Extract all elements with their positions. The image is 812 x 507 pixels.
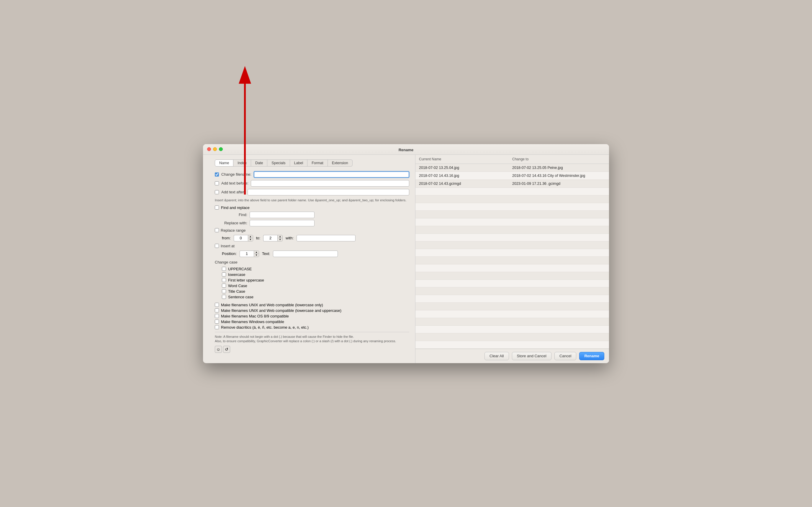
find-input[interactable] [250, 212, 314, 218]
table-body: 2018-07-02 13.25.04.jpg 2018-07-02 13.25… [415, 164, 609, 349]
case-first-letter-label: First letter uppercase [228, 278, 264, 282]
replace-with-label: Replace with: [215, 221, 247, 225]
compat-diacritics-checkbox[interactable] [215, 325, 219, 329]
col-current-name: Current Name [419, 157, 512, 161]
case-options-list: UPPERCASE lowercase First letter upperca… [222, 267, 409, 299]
find-replace-label: Find and replace [221, 206, 250, 210]
tab-index[interactable]: Index [234, 160, 251, 167]
position-arrows: ▲ ▼ [254, 250, 259, 257]
case-title-checkbox[interactable] [222, 289, 226, 293]
rename-button[interactable]: Rename [579, 352, 604, 360]
to-stepper: 2 ▲ ▼ [263, 235, 283, 241]
traffic-lights [207, 148, 223, 151]
add-text-after-checkbox[interactable] [215, 190, 219, 194]
change-filename-input[interactable] [254, 171, 409, 178]
to-arrows: ▲ ▼ [277, 235, 283, 241]
tab-label[interactable]: Label [290, 160, 308, 167]
add-text-before-checkbox[interactable] [215, 181, 219, 185]
to-value[interactable]: 2 [263, 235, 277, 241]
table-row-empty [415, 249, 609, 257]
replace-range-checkbox[interactable] [215, 228, 219, 232]
find-row: Find: [215, 212, 409, 218]
bottom-icon-buttons: ☺ ↺ [215, 346, 409, 353]
minimize-button[interactable] [213, 148, 217, 151]
table-row-empty [415, 303, 609, 311]
table-row-empty [415, 218, 609, 226]
rename-window: Rename Name Index Date Specials Label Fo… [203, 144, 609, 363]
position-down-arrow[interactable]: ▼ [254, 254, 259, 257]
table-row-empty [415, 333, 609, 341]
to-down-arrow[interactable]: ▼ [277, 238, 283, 241]
to-up-arrow[interactable]: ▲ [277, 235, 283, 238]
col-change-to: Change to [512, 157, 605, 161]
tab-extension[interactable]: Extension [328, 160, 353, 167]
compat-unix-lower-checkbox[interactable] [215, 303, 219, 307]
to-label: to: [256, 236, 260, 240]
with-input[interactable] [297, 235, 356, 241]
case-word-checkbox[interactable] [222, 284, 226, 288]
from-down-arrow[interactable]: ▼ [248, 238, 253, 241]
tab-bar: Name Index Date Specials Label Format Ex… [215, 160, 409, 167]
position-up-arrow[interactable]: ▲ [254, 251, 259, 254]
cycle-button[interactable]: ↺ [223, 346, 230, 353]
compat-diacritics: Remove diacritics (á, è, ñ, etc. become … [215, 325, 409, 330]
tab-date[interactable]: Date [251, 160, 267, 167]
case-lowercase-checkbox[interactable] [222, 272, 226, 277]
from-stepper: 0 ▲ ▼ [234, 235, 253, 241]
from-up-arrow[interactable]: ▲ [248, 235, 253, 238]
tab-name[interactable]: Name [215, 160, 234, 167]
change-filename-checkbox[interactable] [215, 172, 219, 177]
find-replace-checkbox[interactable] [215, 206, 219, 210]
find-replace-row: Find and replace [215, 206, 409, 210]
add-text-after-label: Add text after: [221, 190, 245, 194]
text-input[interactable] [273, 250, 338, 257]
maximize-button[interactable] [219, 148, 223, 151]
case-uppercase-checkbox[interactable] [222, 267, 226, 271]
insert-at-row: Insert at [215, 244, 409, 248]
cancel-button[interactable]: Cancel [554, 352, 576, 360]
tab-specials[interactable]: Specials [267, 160, 290, 167]
close-button[interactable] [207, 148, 211, 151]
insert-at-checkbox[interactable] [215, 244, 219, 248]
tab-format[interactable]: Format [307, 160, 328, 167]
bottom-buttons: Clear All Store and Cancel Cancel Rename [415, 349, 609, 363]
compat-unix-lower-label: Make filenames UNIX and Web compatible (… [221, 303, 323, 307]
compat-unix-both-checkbox[interactable] [215, 308, 219, 313]
left-panel: Name Index Date Specials Label Format Ex… [203, 155, 415, 363]
table-row-empty [415, 341, 609, 349]
case-sentence-checkbox[interactable] [222, 295, 226, 299]
case-uppercase-label: UPPERCASE [228, 267, 252, 271]
change-to-cell: 2018-07-02 13.25.05 Peine.jpg [512, 166, 605, 170]
position-value[interactable]: 1 [240, 250, 254, 257]
case-first-letter-checkbox[interactable] [222, 278, 226, 282]
range-inputs: from: 0 ▲ ▼ to: 2 ▲ ▼ with: [222, 235, 409, 241]
case-lowercase: lowercase [222, 272, 409, 277]
compat-windows-checkbox[interactable] [215, 320, 219, 324]
find-label: Find: [215, 213, 247, 217]
current-name-cell: 2018-07-02 13.25.04.jpg [419, 166, 512, 170]
emoji-button[interactable]: ☺ [215, 346, 222, 353]
replace-with-input[interactable] [250, 220, 314, 226]
change-filename-label: Change filename: [221, 172, 251, 177]
change-filename-row: Change filename: [215, 171, 409, 178]
table-row: 2018-07-02 14.43.gcimgd 2023-01-09 17.21… [415, 180, 609, 188]
replace-range-label: Replace range [221, 228, 246, 233]
table-row-empty [415, 241, 609, 249]
add-text-after-input[interactable] [248, 189, 409, 195]
table-row-empty [415, 272, 609, 280]
table-row-empty [415, 188, 609, 195]
from-value[interactable]: 0 [234, 235, 248, 241]
compat-options-section: Make filenames UNIX and Web compatible (… [215, 303, 409, 330]
add-text-before-input[interactable] [251, 180, 409, 186]
footer-note-line2: Also, to ensure compatibility, GraphicCo… [215, 339, 409, 343]
compat-unix-lower: Make filenames UNIX and Web compatible (… [215, 303, 409, 307]
insert-at-label: Insert at [221, 244, 235, 248]
store-and-cancel-button[interactable]: Store and Cancel [512, 352, 552, 360]
position-stepper: 1 ▲ ▼ [240, 250, 259, 257]
compat-windows-label: Make filenames Windows compatible [221, 320, 284, 324]
clear-all-button[interactable]: Clear All [485, 352, 509, 360]
compat-mac-os-checkbox[interactable] [215, 314, 219, 318]
from-arrows: ▲ ▼ [248, 235, 253, 241]
table-row-empty [415, 211, 609, 218]
position-label: Position: [222, 251, 237, 256]
